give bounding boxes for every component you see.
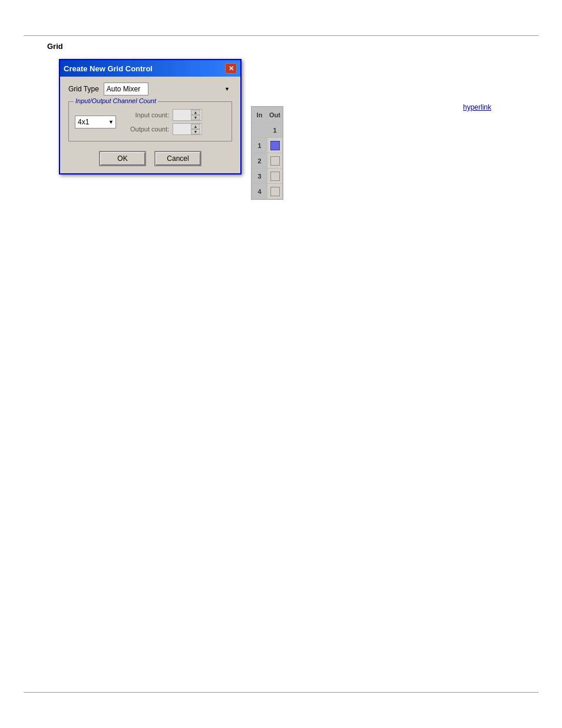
grid-header-row: In Out (252, 107, 283, 123)
grid-row-number-2: 2 (252, 153, 267, 169)
channel-count-legend: Input/Output Channel Count (74, 97, 158, 104)
output-count-up[interactable]: ▲ (191, 124, 200, 129)
input-count-up[interactable]: ▲ (191, 110, 200, 115)
grid-data-row-3: 3 (252, 169, 283, 184)
input-count-down[interactable]: ▼ (191, 115, 200, 120)
grid-data-row-2: 2 (252, 153, 283, 169)
grid-empty-cell (252, 123, 267, 138)
grid-type-label: Grid Type (68, 85, 99, 93)
grid-cell-1-1[interactable] (267, 138, 283, 153)
grid-data-row-4: 4 (252, 184, 283, 199)
grid-cell-3-1[interactable] (267, 169, 283, 184)
dialog-titlebar: Create New Grid Control ✕ (60, 60, 240, 77)
grid-cell-2-1[interactable] (267, 153, 283, 169)
grid-type-select[interactable]: Auto Mixer Matrix Mixer Custom (104, 83, 148, 95)
spinbox-buttons-2: ▲ ▼ (191, 124, 200, 134)
input-count-row: Input count: ▲ ▼ (122, 109, 202, 121)
count-fields: Input count: ▲ ▼ Output count: (122, 109, 202, 135)
grid-type-row: Grid Type Auto Mixer Matrix Mixer Custom (68, 83, 232, 95)
output-count-input[interactable] (173, 124, 191, 134)
cancel-button[interactable]: Cancel (154, 151, 201, 166)
grid-cell-inner-4-1 (270, 187, 280, 196)
grid-preview: In Out 1 1 2 3 (251, 106, 283, 200)
spinbox-buttons: ▲ ▼ (191, 110, 200, 120)
grid-table: In Out 1 1 2 3 (252, 107, 283, 199)
output-count-spinbox: ▲ ▼ (173, 123, 202, 135)
dialog-close-button[interactable]: ✕ (225, 63, 237, 74)
channel-count-group: Input/Output Channel Count 4x1 2x2 8x1 4… (68, 101, 232, 141)
dialog-title: Create New Grid Control (64, 64, 153, 73)
grid-col-out: Out (267, 107, 283, 123)
dialog-buttons: OK Cancel (68, 149, 232, 166)
section-label: Grid (47, 42, 515, 51)
input-count-label: Input count: (122, 111, 169, 118)
input-count-spinbox: ▲ ▼ (173, 109, 202, 121)
grid-data-row-1: 1 (252, 138, 283, 153)
output-count-label: Output count: (122, 126, 169, 133)
grid-cell-inner-3-1 (270, 172, 280, 181)
grid-col-number-1: 1 (267, 123, 283, 138)
side-hyperlink[interactable]: hyperlink (463, 103, 491, 111)
preset-select[interactable]: 4x1 2x2 8x1 4x4 (75, 116, 116, 129)
grid-cell-inner-2-1 (270, 156, 280, 166)
bottom-divider (24, 692, 538, 693)
input-count-input[interactable] (173, 110, 191, 120)
ok-button[interactable]: OK (99, 151, 146, 166)
grid-row-number-1: 1 (252, 138, 267, 153)
grid-type-select-wrapper: Auto Mixer Matrix Mixer Custom (104, 83, 232, 95)
grid-row-number-3: 3 (252, 169, 267, 184)
dialog-window: Create New Grid Control ✕ Grid Type Auto… (59, 59, 242, 174)
grid-cell-inner-1-1 (270, 141, 280, 150)
output-count-down[interactable]: ▼ (191, 129, 200, 134)
dialog-body: Grid Type Auto Mixer Matrix Mixer Custom… (60, 77, 240, 173)
grid-sub-header-row: 1 (252, 123, 283, 138)
content-area: Create New Grid Control ✕ Grid Type Auto… (59, 59, 562, 200)
output-count-row: Output count: ▲ ▼ (122, 123, 202, 135)
grid-cell-4-1[interactable] (267, 184, 283, 199)
channel-count-inner: 4x1 2x2 8x1 4x4 Input count: (75, 109, 226, 135)
grid-row-number-4: 4 (252, 184, 267, 199)
grid-col-in: In (252, 107, 267, 123)
preset-select-wrapper: 4x1 2x2 8x1 4x4 (75, 116, 116, 129)
